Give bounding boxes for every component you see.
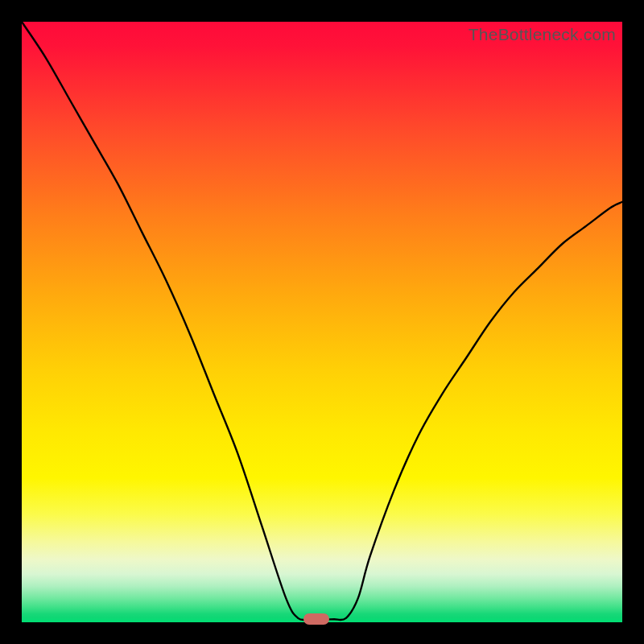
plot-area: TheBottleneck.com [22,22,622,622]
watermark-text: TheBottleneck.com [469,25,616,44]
chart-frame: TheBottleneck.com [0,0,644,644]
optimal-marker [303,613,329,625]
bottleneck-curve [22,22,622,622]
